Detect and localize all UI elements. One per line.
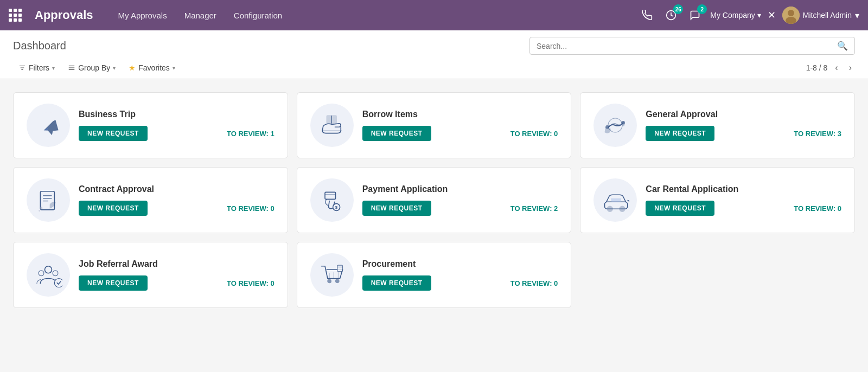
card-payment-application[interactable]: $ Payment Application NEW REQUEST TO REV…	[297, 167, 572, 233]
card-content: Borrow Items NEW REQUEST TO REVIEW: 0	[362, 110, 558, 141]
clock-notifications-icon[interactable]: 26	[662, 7, 680, 24]
filters-label: Filters	[29, 63, 49, 72]
card-title: Borrow Items	[362, 110, 558, 119]
svg-point-24	[608, 206, 613, 211]
header-right: 26 2 My Company ▾ ✕ Mitchell Admin	[639, 7, 859, 24]
app-header: Approvals My Approvals Manager Configura…	[0, 0, 868, 30]
pagination: 1-8 / 8 ‹ ›	[806, 62, 855, 74]
new-request-button[interactable]: NEW REQUEST	[646, 201, 714, 216]
card-title: Job Referral Award	[79, 259, 275, 269]
card-business-trip[interactable]: Business Trip NEW REQUEST TO REVIEW: 1	[13, 92, 288, 158]
new-request-button[interactable]: NEW REQUEST	[79, 201, 148, 216]
toolbar: Dashboard 🔍 Filters ▾ Group By ▾ ★ Favor…	[0, 30, 868, 79]
svg-point-27	[629, 200, 630, 202]
card-general-approval[interactable]: General Approval NEW REQUEST TO REVIEW: …	[580, 92, 855, 158]
chat-badge: 2	[697, 4, 707, 14]
people-icon	[27, 253, 70, 297]
group-by-button[interactable]: Group By ▾	[62, 61, 121, 74]
card-actions: NEW REQUEST TO REVIEW: 1	[79, 126, 275, 141]
company-selector[interactable]: My Company ▾	[710, 11, 761, 20]
group-by-caret: ▾	[113, 65, 116, 71]
favorites-button[interactable]: ★ Favorites ▾	[123, 61, 181, 74]
new-request-button[interactable]: NEW REQUEST	[362, 126, 431, 141]
card-actions: NEW REQUEST TO REVIEW: 0	[79, 275, 275, 291]
card-actions: NEW REQUEST TO REVIEW: 0	[362, 126, 558, 141]
card-actions: NEW REQUEST TO REVIEW: 3	[646, 126, 841, 141]
main-content: Business Trip NEW REQUEST TO REVIEW: 1 B…	[0, 79, 868, 321]
user-label: Mitchell Admin	[803, 11, 852, 20]
svg-point-25	[620, 206, 625, 211]
new-request-button[interactable]: NEW REQUEST	[362, 275, 431, 291]
nav-configuration[interactable]: Configuration	[226, 7, 290, 24]
to-review-count: TO REVIEW: 0	[510, 279, 558, 287]
company-caret: ▾	[757, 11, 761, 20]
card-borrow-items[interactable]: Borrow Items NEW REQUEST TO REVIEW: 0	[297, 92, 572, 158]
svg-point-29	[39, 271, 44, 276]
to-review-count: TO REVIEW: 0	[510, 130, 558, 138]
to-review-count: TO REVIEW: 0	[794, 204, 841, 213]
card-contract-approval[interactable]: Contract Approval NEW REQUEST TO REVIEW:…	[13, 167, 288, 233]
pagination-prev[interactable]: ‹	[832, 62, 841, 74]
card-content: Business Trip NEW REQUEST TO REVIEW: 1	[79, 110, 275, 141]
card-procurement[interactable]: Procurement NEW REQUEST TO REVIEW: 0	[297, 242, 572, 308]
chat-icon[interactable]: 2	[686, 7, 704, 24]
plane-icon	[27, 104, 70, 147]
pagination-next[interactable]: ›	[846, 62, 855, 74]
cart-icon	[310, 253, 354, 297]
card-job-referral[interactable]: Job Referral Award NEW REQUEST TO REVIEW…	[13, 242, 288, 308]
close-icon[interactable]: ✕	[768, 9, 776, 21]
to-review-count: TO REVIEW: 0	[227, 204, 275, 213]
favorites-label: Favorites	[138, 63, 170, 72]
svg-point-31	[54, 279, 62, 287]
company-label: My Company	[710, 11, 755, 20]
cards-grid: Business Trip NEW REQUEST TO REVIEW: 1 B…	[13, 92, 855, 308]
clock-badge: 26	[673, 4, 683, 14]
card-title: Payment Application	[362, 184, 558, 194]
search-input[interactable]	[537, 42, 837, 50]
page-title: Dashboard	[13, 40, 66, 52]
to-review-count: TO REVIEW: 0	[227, 279, 275, 287]
card-car-rental[interactable]: Car Rental Application NEW REQUEST TO RE…	[580, 167, 855, 233]
main-nav: My Approvals Manager Configuration	[111, 7, 626, 24]
card-actions: NEW REQUEST TO REVIEW: 0	[646, 201, 841, 216]
svg-point-2	[788, 10, 794, 16]
app-title: Approvals	[35, 8, 93, 22]
card-content: Job Referral Award NEW REQUEST TO REVIEW…	[79, 259, 275, 291]
handshake-icon	[593, 104, 637, 147]
toolbar-filters: Filters ▾ Group By ▾ ★ Favorites ▾ 1-8 /…	[13, 61, 855, 79]
apps-menu-icon[interactable]	[9, 9, 22, 22]
filters-caret: ▾	[52, 65, 55, 71]
card-content: General Approval NEW REQUEST TO REVIEW: …	[646, 110, 841, 141]
svg-point-30	[53, 271, 58, 276]
svg-point-28	[45, 266, 52, 273]
search-icon[interactable]: 🔍	[837, 41, 848, 51]
card-content: Car Rental Application NEW REQUEST TO RE…	[646, 184, 841, 216]
user-caret: ▾	[855, 10, 859, 21]
new-request-button[interactable]: NEW REQUEST	[79, 275, 148, 291]
card-title: Car Rental Application	[646, 184, 841, 194]
svg-point-7	[35, 112, 62, 139]
card-title: Procurement	[362, 259, 558, 269]
filters-button[interactable]: Filters ▾	[13, 61, 60, 74]
to-review-count: TO REVIEW: 1	[227, 130, 275, 138]
card-content: Procurement NEW REQUEST TO REVIEW: 0	[362, 259, 558, 291]
card-actions: NEW REQUEST TO REVIEW: 2	[362, 201, 558, 216]
contract-icon	[27, 178, 70, 222]
svg-rect-19	[325, 192, 336, 199]
phone-icon[interactable]	[639, 7, 656, 24]
card-title: Business Trip	[79, 110, 275, 119]
nav-my-approvals[interactable]: My Approvals	[111, 7, 175, 24]
nav-manager[interactable]: Manager	[177, 7, 224, 24]
new-request-button[interactable]: NEW REQUEST	[79, 126, 148, 141]
card-actions: NEW REQUEST TO REVIEW: 0	[362, 275, 558, 291]
star-icon: ★	[129, 63, 136, 72]
new-request-button[interactable]: NEW REQUEST	[646, 126, 714, 141]
new-request-button[interactable]: NEW REQUEST	[362, 201, 431, 216]
svg-text:$: $	[335, 205, 337, 210]
to-review-count: TO REVIEW: 2	[510, 204, 558, 213]
user-menu[interactable]: Mitchell Admin ▾	[782, 7, 859, 24]
card-title: Contract Approval	[79, 184, 275, 194]
svg-rect-37	[337, 265, 342, 271]
to-review-count: TO REVIEW: 3	[794, 130, 841, 138]
card-title: General Approval	[646, 110, 841, 119]
